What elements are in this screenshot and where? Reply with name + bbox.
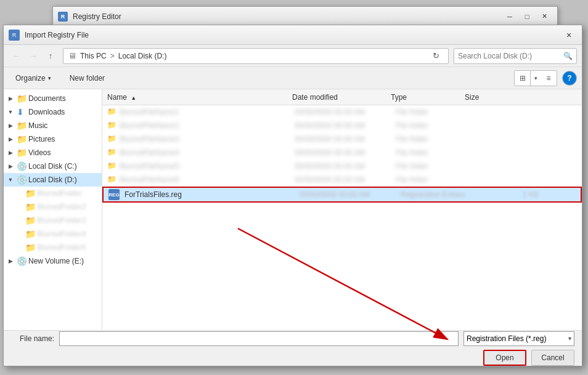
sidebar-subfolder-5[interactable]: 📁 BlurredFolder5 — [4, 241, 102, 254]
address-refresh-button[interactable]: ↻ — [428, 49, 443, 63]
bg-minimize-button[interactable]: ─ — [502, 10, 518, 23]
file-row-blurred-1[interactable]: 📁 BlurredFileName1 00/00/0000 00:00 AM F… — [102, 105, 582, 119]
sidebar-item-pictures[interactable]: ▶ 📁 Pictures — [4, 132, 102, 146]
address-bar[interactable]: 🖥 This PC > Local Disk (D:) ↻ — [63, 48, 449, 64]
sidebar-item-music[interactable]: ▶ 📁 Music — [4, 119, 102, 132]
help-button[interactable]: ? — [562, 71, 577, 86]
file-list: Name ▲ Date modified Type Size 📁 Blurred… — [102, 89, 582, 330]
nav-up-button[interactable]: ↑ — [43, 49, 58, 63]
sidebar-item-volume-e[interactable]: ▶ 💿 New Volume (E:) — [4, 254, 102, 268]
search-box[interactable]: 🔍 — [454, 48, 577, 64]
nav-back-button[interactable]: ← — [9, 49, 23, 63]
sidebar-subfolder-3[interactable]: 📁 BlurredFolder3 — [4, 214, 102, 227]
file-icon-blurred-3: 📁 — [107, 134, 117, 144]
file-type-blurred-5: File folder — [396, 162, 470, 171]
drive-icon-c: 💿 — [17, 161, 27, 171]
column-name[interactable]: Name ▲ — [107, 93, 292, 102]
file-name-blurred-3: BlurredFileName3 — [120, 135, 292, 143]
sidebar-label-downloads: Downloads — [28, 108, 65, 116]
expand-icon-documents: ▶ — [6, 94, 15, 103]
file-name-blurred-5: BlurredFileName5 — [120, 162, 292, 171]
dialog-title: Import Registry File — [25, 31, 556, 39]
sidebar-label-sub1: BlurredFolder — [37, 189, 82, 198]
sidebar-subfolder-2[interactable]: 📁 BlurredFolder2 — [4, 200, 102, 214]
sidebar-label-documents: Documents — [28, 94, 66, 103]
filetype-dropdown-arrow: ▾ — [568, 335, 571, 342]
column-type[interactable]: Type — [391, 93, 465, 102]
sidebar-item-documents[interactable]: ▶ 📁 Documents — [4, 92, 102, 105]
filename-input[interactable] — [59, 331, 459, 346]
expand-icon-local-c: ▶ — [6, 162, 15, 171]
nav-bar: ← → ↑ 🖥 This PC > Local Disk (D:) ↻ 🔍 — [4, 45, 582, 67]
file-row-blurred-5[interactable]: 📁 BlurredFileName5 00/00/0000 00:00 AM F… — [102, 159, 582, 173]
file-row-blurred-2[interactable]: 📁 BlurredFileName2 00/00/0000 00:00 AM F… — [102, 119, 582, 132]
column-size[interactable]: Size — [465, 93, 526, 102]
reg-file-type: Registration Entries — [401, 190, 475, 199]
dialog-close-button[interactable]: × — [561, 28, 577, 42]
sidebar-item-local-d[interactable]: ▼ 💿 Local Disk (D:) — [4, 173, 102, 187]
column-date[interactable]: Date modified — [292, 93, 391, 102]
sidebar-label-sub2: BlurredFolder2 — [37, 203, 86, 211]
sidebar-subfolder-4[interactable]: 📁 BlurredFolder4 — [4, 227, 102, 241]
filename-row: File name: Registration Files (*.reg) ▾ — [11, 331, 574, 346]
file-name-blurred-1: BlurredFileName1 — [120, 108, 292, 116]
reg-file-date: 00/00/0000 00:00 AM — [300, 190, 398, 199]
sidebar-item-local-c[interactable]: ▶ 💿 Local Disk (C:) — [4, 159, 102, 173]
address-separator: > — [110, 52, 115, 60]
organize-label: Organize — [15, 74, 46, 83]
file-type-blurred-3: File folder — [396, 135, 470, 143]
sidebar-subfolder-1[interactable]: 📁 BlurredFolder — [4, 187, 102, 200]
expand-icon-sub2 — [15, 203, 23, 211]
expand-icon-sub5 — [15, 243, 23, 252]
drive-icon-d: 💿 — [17, 175, 27, 185]
sidebar-item-downloads[interactable]: ▼ ⬇ Downloads — [4, 105, 102, 119]
action-buttons-row: Open Cancel — [11, 350, 574, 366]
new-folder-button[interactable]: New folder — [63, 70, 112, 86]
drive-icon-e: 💿 — [17, 256, 27, 266]
folder-icon-sub5: 📁 — [25, 243, 35, 252]
search-input[interactable] — [458, 52, 561, 60]
file-row-blurred-6[interactable]: 📁 BlurredFileName6 00/00/0000 00:00 AM F… — [102, 173, 582, 187]
file-date-blurred-1: 00/00/0000 00:00 AM — [295, 108, 393, 116]
address-breadcrumb-localdisk: Local Disk (D:) — [118, 52, 167, 60]
bg-app-icon: R — [58, 12, 68, 22]
import-registry-dialog: R Import Registry File × ← → ↑ 🖥 This PC… — [3, 25, 582, 366]
sidebar: ▶ 📁 Documents ▼ ⬇ Downloads ▶ 📁 Music ▶ … — [4, 89, 102, 330]
address-computer-icon: 🖥 — [68, 51, 76, 60]
expand-icon-sub1 — [15, 189, 23, 198]
filetype-select[interactable]: Registration Files (*.reg) ▾ — [463, 331, 574, 346]
filetype-value: Registration Files (*.reg) — [467, 334, 568, 343]
file-icon-blurred-6: 📁 — [107, 175, 117, 185]
view-list-button[interactable]: ≡ — [541, 71, 557, 86]
expand-icon-videos: ▶ — [6, 148, 15, 157]
reg-file-size: 1 KB — [477, 190, 539, 199]
nav-forward-button[interactable]: → — [26, 49, 41, 63]
view-dropdown-button[interactable]: ▾ — [531, 71, 541, 86]
file-type-blurred-4: File folder — [396, 148, 470, 157]
file-icon-blurred-5: 📁 — [107, 161, 117, 171]
search-icon: 🔍 — [563, 52, 573, 60]
cancel-button[interactable]: Cancel — [531, 350, 574, 366]
open-button[interactable]: Open — [483, 350, 526, 366]
folder-icon-sub4: 📁 — [25, 229, 35, 239]
bg-maximize-button[interactable]: □ — [519, 10, 535, 23]
new-folder-label: New folder — [70, 74, 105, 83]
bg-window-title: Registry Editor — [73, 12, 497, 21]
address-breadcrumb-thispc: This PC — [80, 52, 107, 60]
bg-close-button[interactable]: ✕ — [536, 10, 552, 23]
sidebar-label-music: Music — [28, 121, 47, 130]
expand-icon-music: ▶ — [6, 121, 15, 130]
organize-arrow: ▾ — [48, 75, 51, 81]
file-date-blurred-2: 00/00/0000 00:00 AM — [295, 121, 393, 130]
sidebar-item-videos[interactable]: ▶ 📁 Videos — [4, 146, 102, 159]
expand-icon-downloads: ▼ — [6, 108, 15, 116]
file-date-blurred-3: 00/00/0000 00:00 AM — [295, 135, 393, 143]
reg-file-icon: REG — [108, 189, 120, 200]
organize-button[interactable]: Organize ▾ — [9, 70, 58, 86]
file-row-blurred-4[interactable]: 📁 BlurredFileName4 00/00/0000 00:00 AM F… — [102, 146, 582, 159]
file-row-reg[interactable]: REG ForTrialsFiles.reg 00/00/0000 00:00 … — [102, 187, 582, 203]
dialog-icon: R — [9, 30, 20, 41]
view-grid-button[interactable]: ⊞ — [515, 71, 531, 86]
file-row-blurred-3[interactable]: 📁 BlurredFileName3 00/00/0000 00:00 AM F… — [102, 132, 582, 146]
expand-icon-sub3 — [15, 216, 23, 225]
